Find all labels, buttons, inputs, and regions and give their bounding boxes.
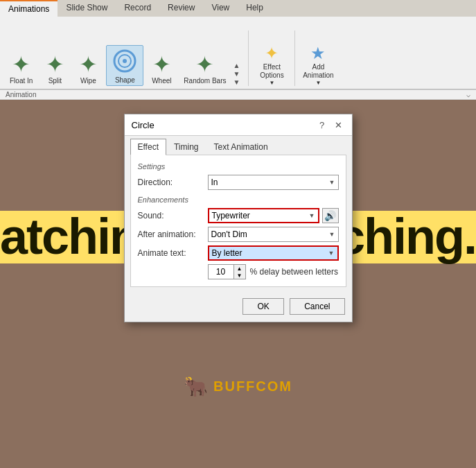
dialog-circle: Circle ? ✕ Effect Timing Text Animation … xyxy=(124,114,353,322)
tab-record[interactable]: Record xyxy=(116,0,159,17)
anim-float-in[interactable]: ✦ Float In xyxy=(6,52,37,86)
logo-text: BUFFCOM xyxy=(213,379,292,395)
tab-review[interactable]: Review xyxy=(159,0,203,17)
tab-help[interactable]: Help xyxy=(238,0,272,17)
sound-arrow-icon: ▼ xyxy=(309,212,315,219)
spinner-up[interactable]: ▲ xyxy=(234,265,245,272)
sound-select[interactable]: Typewriter ▼ xyxy=(208,208,319,223)
after-animation-arrow-icon: ▼ xyxy=(329,231,335,238)
tab-text-animation[interactable]: Text Animation xyxy=(206,139,276,155)
anim-shape[interactable]: Shape xyxy=(106,45,143,86)
anim-wheel[interactable]: ✦ Wheel xyxy=(146,52,177,86)
delay-input[interactable] xyxy=(209,265,233,279)
animation-group-label: Animation xyxy=(6,91,36,98)
animate-text-select[interactable]: By letter ▼ xyxy=(208,245,339,261)
animate-text-control: By letter ▼ xyxy=(208,245,339,261)
direction-label: Direction: xyxy=(138,177,204,187)
dialog-body: Settings Direction: In ▼ Enhancements So… xyxy=(130,155,346,287)
scroll-more[interactable]: ▼ xyxy=(233,78,240,86)
scroll-up[interactable]: ▲ xyxy=(233,62,240,69)
dialog-titlebar: Circle ? ✕ xyxy=(125,114,352,136)
settings-section-label: Settings xyxy=(138,162,339,171)
dialog-help-button[interactable]: ? xyxy=(316,119,328,131)
ok-button[interactable]: OK xyxy=(243,298,284,315)
cancel-button[interactable]: Cancel xyxy=(290,298,344,315)
spinner-down[interactable]: ▼ xyxy=(234,272,245,279)
anim-split[interactable]: ✦ Split xyxy=(39,52,70,86)
anim-wipe[interactable]: ✦ Wipe xyxy=(73,52,103,86)
after-animation-control: Don't Dim ▼ xyxy=(208,227,339,242)
after-animation-label: After animation: xyxy=(138,229,204,239)
logo-area: 🐂 BUFFCOM xyxy=(184,375,292,398)
sound-play-button[interactable]: 🔊 xyxy=(322,208,339,223)
delay-row: ▲ ▼ % delay between letters xyxy=(208,264,339,279)
logo-icon: 🐂 xyxy=(184,375,208,398)
sound-control: Typewriter ▼ 🔊 xyxy=(208,208,339,223)
after-animation-select[interactable]: Don't Dim ▼ xyxy=(208,227,339,242)
tab-animations[interactable]: Animations xyxy=(0,0,58,17)
sound-label: Sound: xyxy=(138,211,204,220)
scroll-down[interactable]: ▼ xyxy=(233,70,240,78)
after-animation-row: After animation: Don't Dim ▼ xyxy=(138,227,339,242)
direction-arrow-icon: ▼ xyxy=(329,179,335,186)
direction-row: Direction: In ▼ xyxy=(138,175,339,190)
animate-text-label: Animate text: xyxy=(138,248,204,258)
ribbon: Animations Slide Show Record Review View… xyxy=(0,0,476,100)
ribbon-content: ✦ Float In ✦ Split ✦ Wipe Shape ✦ Wheel xyxy=(0,17,476,89)
tab-timing[interactable]: Timing xyxy=(166,139,206,155)
tab-effect[interactable]: Effect xyxy=(130,139,166,155)
effect-options-button[interactable]: ✦ EffectOptions ▼ xyxy=(254,44,289,86)
enhancements-section-label: Enhancements xyxy=(138,196,339,204)
group-expander[interactable]: ⌵ xyxy=(466,91,470,98)
ribbon-tab-bar: Animations Slide Show Record Review View… xyxy=(0,0,476,17)
direction-select[interactable]: In ▼ xyxy=(208,175,339,190)
add-animation-button[interactable]: ★ AddAnimation ▼ xyxy=(301,44,335,86)
dialog-controls: ? ✕ xyxy=(316,119,345,131)
dialog-title: Circle xyxy=(132,120,155,130)
delay-label: % delay between letters xyxy=(250,267,338,277)
tab-slideshow[interactable]: Slide Show xyxy=(58,0,116,17)
dialog-close-button[interactable]: ✕ xyxy=(333,119,345,131)
dialog-footer: OK Cancel xyxy=(125,293,352,322)
animate-text-arrow-icon: ▼ xyxy=(328,250,335,257)
slide-area: atching iching. Circle ? ✕ Effect Timing… xyxy=(0,100,476,412)
dialog-tab-bar: Effect Timing Text Animation xyxy=(125,136,352,155)
sound-row: Sound: Typewriter ▼ 🔊 xyxy=(138,208,339,223)
dialog-container: Circle ? ✕ Effect Timing Text Animation … xyxy=(124,114,353,322)
svg-point-2 xyxy=(123,59,127,63)
direction-control: In ▼ xyxy=(208,175,339,190)
animate-text-row: Animate text: By letter ▼ xyxy=(138,245,339,261)
tab-view[interactable]: View xyxy=(203,0,238,17)
delay-spinner[interactable]: ▲ ▼ xyxy=(208,264,246,279)
spinner-arrows: ▲ ▼ xyxy=(233,265,245,279)
anim-random-bars[interactable]: ✦ Random Bars xyxy=(179,52,230,86)
